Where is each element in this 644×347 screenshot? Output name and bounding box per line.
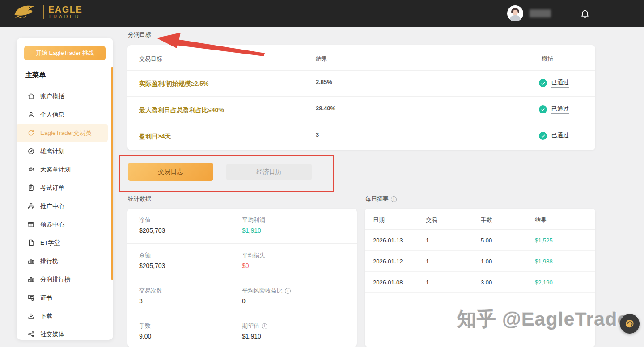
sidebar-item-leaderboard[interactable]: 排行榜 — [17, 252, 113, 270]
sidebar-item-download[interactable]: 下载 — [17, 307, 113, 325]
sidebar-item-profit-leaderboard[interactable]: 分润排行榜 — [17, 270, 113, 288]
col-trades: 交易 — [426, 216, 437, 224]
table-row: 最大盈利日占总盈利占比≤40% 38.40% 已通过 — [127, 97, 595, 123]
col-lots: 手数 — [481, 216, 492, 224]
user-icon — [27, 111, 35, 118]
col-result: 结果 — [316, 55, 327, 63]
stat-label: 平均利润 — [242, 216, 265, 224]
gift-icon — [27, 221, 35, 228]
eagle-logo-icon — [13, 3, 38, 21]
cell-date: 2026-01-08 — [373, 279, 403, 286]
info-icon[interactable]: i — [262, 323, 267, 329]
notification-bell-icon[interactable] — [580, 8, 590, 19]
tab-trading-log[interactable]: 交易日志 — [128, 163, 213, 181]
certificate-icon — [27, 294, 35, 301]
sidebar-menu: 账户概括 个人信息 EagleTrader交易员 雄鹰计划 大奖章计划 考试订单… — [17, 86, 113, 343]
profit-goals-card: 交易目标 结果 概括 实际盈利/初始规模≥2.5% 2.85% 已通过 最大盈利… — [127, 45, 595, 150]
brand-subname: TRADER — [48, 14, 82, 20]
stat-label: 净值 — [139, 216, 165, 224]
stat-label: 期望值 — [242, 322, 259, 330]
table-row: 2026-01-12 1 1.00 $1,988 — [365, 251, 595, 272]
sidebar-item-et-school[interactable]: ET学堂 — [17, 234, 113, 252]
table-row: 2026-01-13 1 5.00 $1,525 — [365, 230, 595, 251]
cell-result: $1,525 — [535, 237, 553, 244]
goal-result: 38.40% — [316, 105, 335, 112]
top-right-controls — [507, 0, 590, 27]
sidebar-item-eagletrader-trader[interactable]: EagleTrader交易员 — [17, 124, 108, 142]
sidebar-item-label: 分润排行榜 — [40, 276, 71, 284]
cell-result: $1,988 — [535, 258, 553, 265]
stat-row: 交易次数 3 平均风险收益比i 0 — [127, 279, 357, 314]
stat-label: 手数 — [139, 322, 151, 330]
goal-name: 实际盈利/初始规模≥2.5% — [139, 80, 208, 88]
cell-date: 2026-01-13 — [373, 237, 403, 244]
stat-row: 余额 $205,703 平均损失 $0 — [127, 244, 357, 279]
sidebar-item-label: 雄鹰计划 — [40, 147, 64, 155]
check-icon — [539, 105, 547, 113]
statistics-card: 净值 $205,703 平均利润 $1,910 余额 $205,703 平均损失… — [127, 209, 357, 347]
check-icon — [539, 79, 547, 87]
sidebar-item-label: 下载 — [40, 312, 52, 320]
check-icon — [539, 132, 547, 140]
user-name-redacted — [530, 9, 551, 17]
compass-icon — [27, 147, 35, 155]
col-goal: 交易目标 — [139, 55, 162, 63]
sidebar-item-personal-info[interactable]: 个人信息 — [17, 105, 113, 124]
stat-value: 3 — [139, 297, 162, 305]
daily-summary-title: 每日摘要 i — [365, 195, 397, 203]
stat-value: $205,703 — [139, 227, 165, 234]
sidebar-item-certificate[interactable]: 证书 — [17, 288, 113, 307]
brand-logo: EAGLE TRADER — [13, 3, 82, 21]
user-avatar[interactable] — [507, 5, 523, 21]
document-icon — [27, 239, 35, 247]
bar-chart-icon — [27, 276, 35, 283]
table-row: 2026-01-08 1 3.00 $2,190 — [365, 272, 595, 293]
col-date: 日期 — [373, 216, 385, 224]
sidebar-item-account-overview[interactable]: 账户概括 — [17, 87, 113, 105]
sidebar-item-label: 推广中心 — [40, 202, 64, 210]
goal-result: 2.85% — [316, 79, 332, 85]
sidebar-item-social-media[interactable]: 社交媒体 — [17, 325, 113, 343]
stat-label: 平均损失 — [242, 251, 265, 259]
goals-table-header: 交易目标 结果 概括 — [127, 45, 595, 71]
brand-name: EAGLE — [48, 5, 82, 14]
stat-label: 平均风险收益比 — [242, 287, 283, 295]
sidebar-item-label: 考试订单 — [40, 184, 64, 192]
customer-service-button[interactable] — [620, 314, 640, 334]
sidebar-item-promotion-center[interactable]: 推广中心 — [17, 197, 113, 215]
network-icon — [27, 202, 35, 210]
sidebar-item-label: 个人信息 — [40, 111, 64, 119]
start-challenge-button[interactable]: 开始 EagleTrader 挑战 — [24, 46, 106, 60]
status-badge: 已通过 — [551, 105, 569, 114]
home-icon — [27, 92, 35, 100]
cell-trades: 1 — [426, 237, 429, 244]
stat-value: $205,703 — [139, 262, 165, 269]
cell-lots: 5.00 — [481, 237, 492, 244]
table-row: 盈利日≥4天 3 已通过 — [127, 123, 595, 150]
bar-chart-icon — [27, 257, 35, 265]
goal-status: 已通过 — [539, 105, 569, 114]
stat-value: 9.00 — [139, 333, 151, 340]
info-icon[interactable]: i — [391, 196, 397, 202]
sidebar-scrollbar[interactable] — [111, 67, 113, 280]
info-icon[interactable]: i — [285, 288, 291, 294]
cell-result: $2,190 — [535, 279, 553, 286]
sidebar-item-coupon-center[interactable]: 领券中心 — [17, 215, 113, 234]
sidebar-item-label: 证书 — [40, 294, 52, 302]
stat-label: 交易次数 — [139, 287, 162, 295]
tab-economic-calendar[interactable]: 经济日历 — [226, 164, 312, 180]
sidebar-item-eagle-plan[interactable]: 雄鹰计划 — [17, 142, 113, 160]
stat-value: 0 — [242, 297, 291, 305]
sidebar-item-label: 社交媒体 — [40, 330, 64, 339]
sidebar-item-medal-plan[interactable]: 大奖章计划 — [17, 160, 113, 179]
top-bar: EAGLE TRADER — [0, 0, 644, 27]
sidebar-item-label: ET学堂 — [40, 239, 60, 247]
cell-date: 2026-01-12 — [373, 258, 403, 265]
sidebar-item-exam-orders[interactable]: 考试订单 — [17, 179, 113, 197]
share-icon — [27, 330, 35, 338]
medal-icon — [27, 166, 35, 173]
cell-trades: 1 — [426, 258, 429, 265]
menu-title: 主菜单 — [25, 71, 113, 79]
cell-lots: 1.00 — [481, 258, 492, 265]
stat-value: $1,910 — [242, 227, 265, 234]
